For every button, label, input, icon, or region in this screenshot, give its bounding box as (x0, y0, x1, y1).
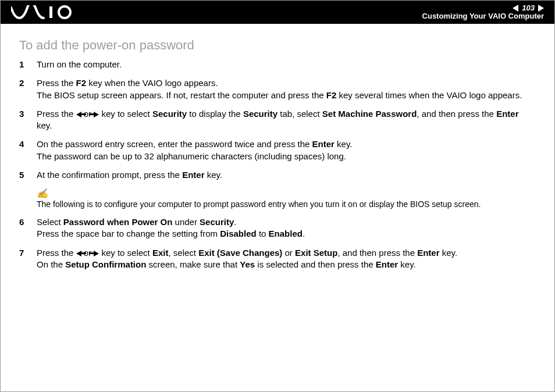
step-number: 7 (19, 247, 37, 259)
bold-text: Password when Power On (63, 217, 173, 227)
step-number: 4 (19, 138, 37, 150)
page: 103 Customizing Your VAIO Computer To ad… (0, 0, 555, 392)
vaio-logo (11, 5, 75, 19)
bold-text: Security (243, 109, 278, 119)
step-number: 2 (19, 77, 37, 89)
step-item: 5At the confirmation prompt, press the E… (19, 169, 536, 181)
bold-text: Enabled (269, 229, 303, 238)
bold-text: Exit (152, 248, 169, 258)
text: On the (37, 259, 65, 269)
text: At the confirmation prompt, press the (37, 170, 182, 180)
text: . (303, 229, 305, 238)
step-item: 1Turn on the computer. (19, 59, 536, 70)
step-item: 2Press the F2 key when the VAIO logo app… (19, 77, 536, 101)
next-page-icon[interactable] (538, 5, 544, 12)
bold-text: F2 (326, 90, 337, 100)
text: key. (398, 259, 416, 269)
section-title: Customizing Your VAIO Computer (422, 12, 544, 20)
text: Press the space bar to change the settin… (37, 229, 220, 238)
text: or (282, 248, 295, 258)
bold-text: Security (152, 109, 187, 119)
header-bar: 103 Customizing Your VAIO Computer (1, 1, 554, 24)
step-number: 1 (19, 59, 37, 70)
text: Press the (37, 248, 76, 258)
page-title: To add the power-on password (19, 38, 536, 53)
text: Press the (37, 78, 76, 88)
text: to (257, 229, 269, 238)
text: key. (37, 120, 52, 130)
text: The BIOS setup screen appears. If not, r… (37, 90, 326, 100)
text: . (234, 217, 236, 227)
note-icon: ✍ (37, 188, 536, 199)
steps-list-2: 6Select Password when Power On under Sec… (19, 216, 536, 270)
steps-list: 1Turn on the computer.2Press the F2 key … (19, 59, 536, 181)
text: , select (168, 248, 198, 258)
text: Press the (37, 109, 76, 119)
step-item: 3Press the or key to select Security to … (19, 108, 536, 132)
text: screen, make sure that (146, 259, 240, 269)
text: is selected and then press the (255, 259, 376, 269)
svg-point-1 (59, 6, 70, 18)
prev-page-icon[interactable] (513, 5, 518, 12)
step-number: 5 (19, 169, 37, 181)
svg-rect-0 (49, 6, 52, 18)
page-nav: 103 (422, 4, 544, 12)
step-body: Press the F2 key when the VAIO logo appe… (37, 77, 536, 101)
text: The password can be up to 32 alphanumeri… (37, 151, 346, 161)
text: key when the VAIO logo appears. (86, 78, 218, 88)
bold-text: Enter (182, 170, 204, 180)
bold-text: Exit (Save Changes) (198, 248, 282, 258)
bold-text: Disabled (220, 229, 257, 238)
arrow-left-icon (76, 251, 81, 256)
bold-text: Setup Confirmation (65, 259, 146, 269)
note-text: The following is to configure your compu… (37, 199, 481, 209)
arrow-left-icon (76, 112, 81, 117)
content: To add the power-on password 1Turn on th… (1, 24, 554, 270)
text: key. (335, 139, 353, 149)
bold-text: Exit Setup (295, 248, 337, 258)
step-body: On the password entry screen, enter the … (37, 138, 536, 162)
bold-text: Enter (312, 139, 335, 149)
header-right: 103 Customizing Your VAIO Computer (422, 4, 544, 21)
text: key to select (99, 248, 152, 258)
bold-text: Yes (240, 259, 255, 269)
text: under (172, 217, 200, 227)
text: key several times when the VAIO logo app… (336, 90, 522, 100)
step-body: Press the or key to select Exit, select … (37, 247, 536, 271)
step-number: 3 (19, 108, 37, 120)
text: On the password entry screen, enter the … (37, 139, 312, 149)
text: Select (37, 217, 63, 227)
text: key. (440, 248, 458, 258)
step-item: 6Select Password when Power On under Sec… (19, 216, 536, 240)
bold-text: Enter (417, 248, 439, 258)
step-body: Turn on the computer. (37, 59, 536, 70)
text: , and then press the (337, 248, 417, 258)
arrow-right-icon (94, 112, 99, 117)
text: , and then press the (417, 109, 496, 119)
step-body: Press the or key to select Security to d… (37, 108, 536, 132)
note-block: ✍ The following is to configure your com… (37, 188, 536, 209)
text: key to select (99, 109, 152, 119)
text: to display the (187, 109, 243, 119)
page-number: 103 (522, 4, 535, 12)
step-item: 7Press the or key to select Exit, select… (19, 247, 536, 271)
text: Turn on the computer. (37, 59, 122, 69)
arrow-right-icon (94, 251, 99, 256)
step-body: At the confirmation prompt, press the En… (37, 169, 536, 181)
bold-text: Security (200, 217, 234, 227)
step-number: 6 (19, 216, 37, 228)
step-body: Select Password when Power On under Secu… (37, 216, 536, 240)
bold-text: Enter (376, 259, 398, 269)
text: key. (204, 170, 222, 180)
text: tab, select (278, 109, 322, 119)
bold-text: Set Machine Password (322, 109, 417, 119)
bold-text: Enter (496, 109, 518, 119)
step-item: 4On the password entry screen, enter the… (19, 138, 536, 162)
bold-text: F2 (76, 78, 87, 88)
